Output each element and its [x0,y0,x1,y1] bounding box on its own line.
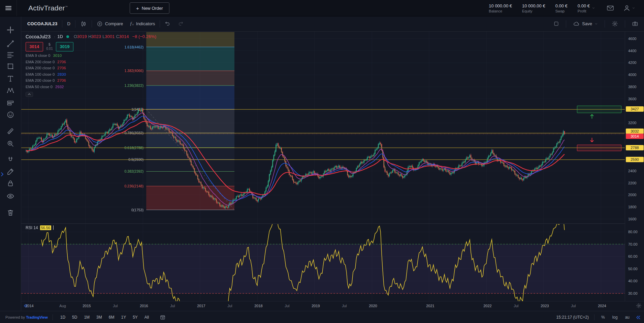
range-button-6m[interactable]: 6M [106,314,117,321]
avatar-icon[interactable] [623,4,631,12]
ohlc-key: H [88,34,91,39]
level-price-tag: 3427 [626,106,644,112]
save-button[interactable]: Save [570,19,601,29]
gear-icon [612,21,618,27]
ohlc-value: 3001 [105,34,115,39]
legend-collapse-button[interactable] [26,92,33,97]
time-label: 2015 [83,304,91,308]
go-to-date-icon [160,314,166,320]
target-zone-box[interactable] [577,106,621,113]
level-price-tag: 3032 [626,129,644,134]
chart-area: CocoaJul23 · 1D O3019H3023L3001C3014 −8 … [21,32,644,301]
arrow-up-icon[interactable] [589,113,595,119]
range-button-1d[interactable]: 1D [58,314,68,321]
quote-panel: 3014 5 0.01 3019 [26,42,156,51]
hide-all-tool[interactable] [6,191,15,201]
lock-all-tool[interactable] [6,179,15,188]
indicator-legend-row[interactable]: EMA 200 close 02706 [26,78,156,82]
time-label: 2021 [426,304,434,308]
shapes-tool[interactable] [6,62,15,71]
range-button-5d[interactable]: 5D [69,314,80,321]
chart-style-button[interactable] [77,19,90,29]
market-status-dot [66,35,69,38]
chevron-down-icon[interactable] [592,6,595,10]
compare-button[interactable]: Compare [93,19,126,29]
chart-legend: CocoaJul23 · 1D O3019H3023L3001C3014 −8 … [26,34,156,97]
remove-all-tool[interactable] [6,208,15,217]
rsi-legend[interactable]: RSI 14 56.56 [26,225,54,230]
ohlc-values: O3019H3023L3001C3014 [72,34,129,39]
time-label: 2018 [254,304,262,308]
chevron-down-icon[interactable] [632,6,635,10]
level-price-tag: 2788 [626,145,644,150]
trend-line-tool[interactable] [6,39,15,48]
indicator-legend-row[interactable]: EMA 9 close 03010 [26,53,156,58]
time-label: Jul [342,304,347,308]
log-scale-button[interactable]: log [611,314,619,320]
undo-button[interactable] [161,19,174,29]
stop-zone-box[interactable] [577,145,621,151]
indicator-legend-row[interactable]: EMA 50 close 02932 [26,85,156,89]
last-price-tag: 3014 [626,134,644,139]
time-axis-settings[interactable] [636,303,642,309]
xabcd-pattern-tool[interactable] [6,86,15,95]
auto-scale-button[interactable]: au [624,314,631,320]
tradingview-link[interactable]: TradingView [26,315,48,319]
layout-square-icon [553,21,559,27]
interval-selector[interactable]: D [64,19,73,29]
mail-icon[interactable] [607,5,614,11]
drawing-toolbar [0,16,21,311]
fib-retracement-tool[interactable] [6,50,15,60]
time-label: 2016 [140,304,148,308]
zoom-in-tool[interactable] [6,139,15,148]
layout-button[interactable] [550,19,562,29]
chevron-down-icon [594,22,598,26]
buy-price-button[interactable]: 3019 [56,42,73,51]
chart-toolbar: COCOAJUL23 D Compare ƒx Indicators [21,16,644,32]
settings-button[interactable] [608,19,621,29]
go-to-date-button[interactable] [156,312,169,323]
range-button-all[interactable]: All [142,314,152,321]
drawing-mode-tool[interactable] [6,167,15,176]
arrow-down-icon[interactable] [589,137,595,143]
cloud-save-icon [573,21,580,27]
indicators-button[interactable]: ƒx Indicators [126,19,158,29]
indicator-legend-row[interactable]: EMA 200 close 02706 [26,60,156,64]
emoji-tool[interactable] [6,110,15,119]
price-tick: 3600 [625,97,644,101]
sell-price-button[interactable]: 3014 [26,42,43,51]
indicator-legend-row[interactable]: EMA 100 close 02830 [26,72,156,76]
measure-tool[interactable] [6,127,15,136]
time-axis[interactable]: 2014Aug2015Jul2016Jul2017Jul2018Jul2019J… [21,301,644,311]
redo-icon [178,21,184,27]
range-button-5y[interactable]: 5Y [130,314,140,321]
candlestick-icon [80,21,87,27]
crosshair-tool[interactable] [6,25,15,35]
legend-interval: 1D [57,34,63,39]
time-label: Jul [285,304,289,308]
text-tool[interactable] [6,74,15,83]
time-label: Aug [59,304,66,308]
time-label: Jul [170,304,175,308]
time-label: 2014 [25,304,33,308]
legend-symbol: CocoaJul23 [26,34,51,39]
forecast-tool[interactable] [6,98,15,108]
camera-icon [632,21,638,27]
price-tick: 3200 [625,121,644,125]
indicator-legend-row[interactable]: EMA 200 close 02706 [26,66,156,70]
range-button-1m[interactable]: 1M [81,314,92,321]
price-axis[interactable]: 3427303230142788259046004400420040003800… [625,32,644,302]
range-button-3m[interactable]: 3M [94,314,105,321]
symbol-tab[interactable]: COCOAJUL23 [24,19,61,29]
magnet-tool[interactable] [6,155,15,165]
rsi-tick: 70.00 [625,242,644,246]
redo-button[interactable] [174,19,187,29]
lot-size: 0.01 [46,47,53,51]
range-button-1y[interactable]: 1Y [118,314,129,321]
snapshot-button[interactable] [629,19,642,29]
percent-scale-button[interactable]: % [600,314,606,320]
collapse-chevron[interactable] [636,315,641,320]
menu-icon[interactable] [0,0,17,16]
panel-expand-chevron[interactable] [0,172,4,177]
new-order-button[interactable]: + New Order [130,2,169,14]
